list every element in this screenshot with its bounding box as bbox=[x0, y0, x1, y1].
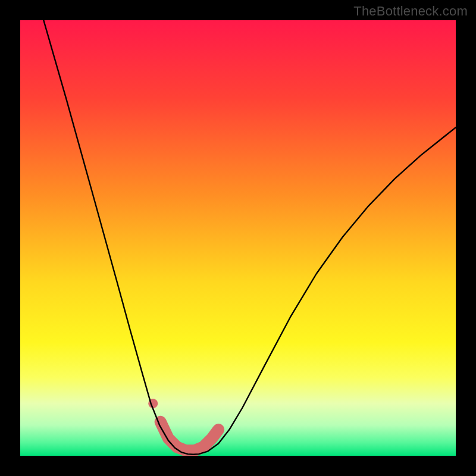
plot-area bbox=[20, 20, 456, 456]
highlight-band bbox=[161, 422, 218, 450]
bottleneck-curve bbox=[41, 20, 456, 455]
chart-frame: TheBottleneck.com bbox=[0, 0, 476, 476]
curve-layer bbox=[20, 20, 456, 456]
watermark-label: TheBottleneck.com bbox=[353, 4, 468, 19]
